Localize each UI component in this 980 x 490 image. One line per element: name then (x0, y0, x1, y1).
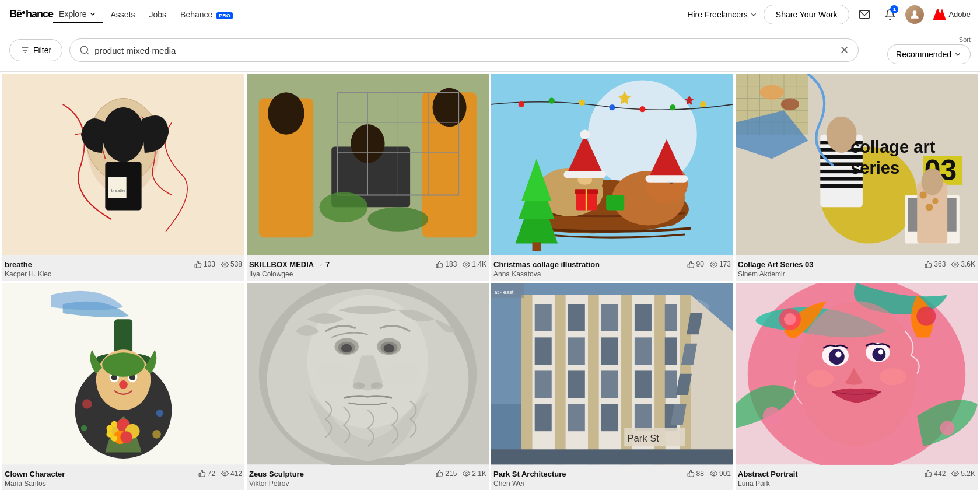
card-info-collage: Collage Art Series 03 363 3.6K Sinem Akd… (736, 256, 978, 281)
thumb-abstract (736, 283, 978, 464)
like-icon-5 (198, 470, 206, 477)
card-stats-abstract: 442 5.2K (925, 470, 975, 478)
svg-rect-162 (601, 404, 618, 432)
svg-rect-152 (535, 338, 552, 365)
notifications-icon-btn[interactable]: 1 (880, 4, 901, 25)
views-icon-7 (710, 470, 718, 477)
navbar: Bēhance Explore Assets Jobs Behance PRO … (0, 0, 980, 29)
card-christmas[interactable]: Christmas collage illustration 90 173 An… (491, 74, 733, 281)
pro-badge: PRO (216, 12, 233, 19)
svg-rect-145 (522, 295, 533, 465)
svg-rect-151 (535, 304, 552, 332)
card-author-collage: Sinem Akdemir (738, 270, 975, 278)
svg-rect-163 (635, 304, 652, 332)
card-abstract[interactable]: Abstract Portrait 442 5.2K Luna Park (736, 283, 978, 489)
svg-point-37 (519, 102, 524, 107)
svg-point-197 (880, 369, 907, 386)
card-author-christmas: Anna Kasatova (494, 270, 731, 278)
svg-point-139 (466, 473, 467, 474)
thumb-breathe: breathe (2, 74, 244, 256)
svg-rect-154 (535, 404, 552, 432)
svg-point-42 (670, 104, 676, 110)
search-bar-row: Filter ✕ Sort Recommended (0, 29, 980, 72)
mail-icon (859, 9, 870, 20)
card-breathe[interactable]: breathe breathe 103 538 Kacper H. Kiec (2, 74, 244, 281)
hire-freelancers-btn[interactable]: Hire Freelancers (681, 6, 763, 23)
svg-point-43 (700, 102, 706, 107)
nav-behance-pro[interactable]: Behance PRO (174, 6, 239, 23)
nav-explore[interactable]: Explore (53, 6, 102, 23)
svg-point-23 (433, 88, 467, 127)
adobe-icon (933, 9, 946, 20)
card-info-skillbox: SKILLBOX MEDIA → 7 183 1.4K Ilya Colowge… (247, 256, 489, 281)
svg-rect-166 (635, 404, 652, 432)
search-icon (79, 45, 90, 55)
user-avatar[interactable] (905, 5, 924, 24)
like-icon-2 (436, 261, 443, 268)
gallery-grid: breathe breathe 103 538 Kacper H. Kiec (0, 72, 980, 490)
card-stats-skillbox: 183 1.4K (436, 260, 487, 268)
svg-rect-164 (635, 338, 652, 365)
svg-point-133 (341, 344, 352, 353)
svg-point-187 (829, 349, 845, 365)
svg-point-137 (316, 362, 352, 386)
svg-point-98 (932, 198, 938, 204)
card-author-zeus: Viktor Petrov (249, 480, 487, 488)
card-stats-collage: 363 3.6K (925, 260, 975, 268)
card-author-abstract: Luna Park (738, 480, 975, 488)
card-zeus[interactable]: Zeus Sculpture 215 2.1K Viktor Petrov (247, 283, 489, 489)
share-your-work-button[interactable]: Share Your Work (764, 5, 850, 24)
svg-line-8 (87, 52, 89, 54)
card-title-abstract: Abstract Portrait (738, 470, 798, 478)
svg-point-76 (760, 85, 785, 100)
card-collage[interactable]: collage art series 03 Coll (736, 74, 978, 281)
thumb-collage: collage art series 03 (736, 74, 978, 256)
card-title-collage: Collage Art Series 03 (738, 260, 814, 269)
card-skillbox[interactable]: SKILLBOX MEDIA → 7 183 1.4K Ilya Colowge… (247, 74, 489, 281)
svg-rect-165 (635, 371, 652, 398)
svg-point-99 (926, 204, 933, 211)
svg-point-135 (353, 382, 365, 389)
clear-search-button[interactable]: ✕ (840, 45, 849, 55)
card-building[interactable]: Park St at · east Park St Architecture 8… (491, 283, 733, 489)
svg-rect-63 (533, 242, 541, 251)
card-info-clown: Clown Character 72 412 Maria Santos (2, 465, 244, 490)
card-author-clown: Maria Santos (5, 480, 242, 488)
svg-point-122 (156, 410, 163, 416)
like-icon-8 (925, 470, 932, 477)
adobe-logo-btn[interactable]: Adobe (933, 9, 971, 20)
search-input[interactable] (94, 46, 835, 55)
svg-text:series: series (850, 159, 900, 177)
nav-assets[interactable]: Assets (105, 6, 141, 23)
svg-point-19 (268, 92, 304, 135)
views-icon-8 (951, 470, 959, 477)
svg-rect-178 (491, 450, 733, 465)
svg-point-15 (224, 264, 226, 265)
card-clown[interactable]: Clown Character 72 412 Maria Santos (2, 283, 244, 489)
svg-point-100 (954, 264, 956, 265)
svg-point-119 (106, 431, 112, 437)
messages-icon-btn[interactable] (854, 4, 875, 25)
svg-point-193 (916, 307, 936, 326)
views-icon (221, 261, 229, 268)
sort-button[interactable]: Recommended (887, 44, 971, 64)
svg-point-39 (579, 100, 584, 106)
filter-button[interactable]: Filter (9, 39, 62, 61)
svg-point-198 (954, 473, 956, 474)
card-title-skillbox: SKILLBOX MEDIA → 7 (249, 260, 330, 269)
svg-point-41 (639, 106, 645, 112)
svg-point-32 (466, 264, 467, 265)
behance-logo[interactable]: Bēhance (9, 8, 53, 20)
sort-wrap: Sort Recommended (866, 36, 971, 64)
nav-right: Share Your Work 1 (764, 4, 971, 25)
svg-point-38 (549, 97, 555, 103)
svg-point-40 (609, 104, 615, 110)
card-title-building: Park St Architecture (494, 470, 566, 478)
card-info-breathe: breathe 103 538 Kacper H. Kiec (2, 256, 244, 281)
svg-point-7 (80, 46, 88, 53)
nav-jobs[interactable]: Jobs (144, 6, 173, 23)
svg-point-77 (781, 99, 799, 111)
svg-point-118 (106, 425, 112, 431)
card-author-skillbox: Ilya Colowgee (249, 270, 487, 278)
thumb-building: Park St at · east (491, 283, 733, 464)
